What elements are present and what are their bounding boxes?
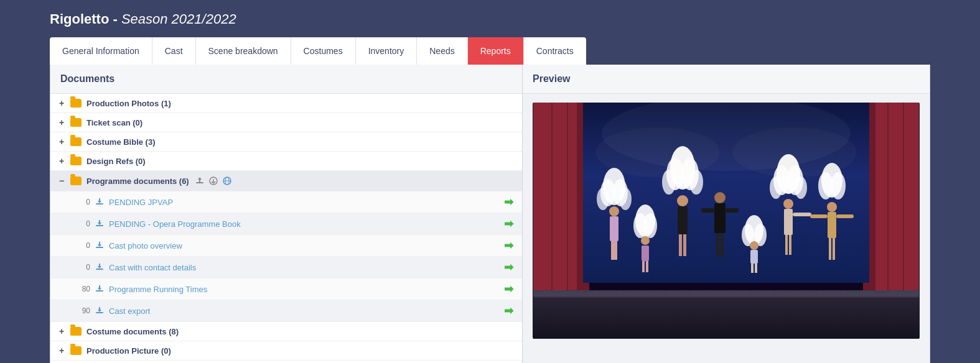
svg-rect-65 [679,234,682,256]
folder-production-photos[interactable]: + Production Photos (1) [50,94,522,113]
preview-image [533,103,920,339]
folder-icon [70,157,82,165]
svg-rect-97 [829,238,831,260]
svg-rect-71 [716,233,719,257]
doc-row-0: 0 PENDING JPVAP ➡ [50,191,522,213]
svg-marker-12 [98,201,101,203]
tab-inventory[interactable]: Inventory [356,37,418,65]
folder-ticket-scan[interactable]: + Ticket scan (0) [50,113,522,132]
doc-name[interactable]: PENDING - Opera Programme Book [109,219,504,229]
svg-rect-86 [784,209,793,235]
svg-rect-95 [810,214,828,218]
svg-rect-25 [96,312,103,313]
svg-rect-64 [678,206,688,234]
folder-label: Costume documents (8) [86,327,179,336]
folder-icon [70,99,82,108]
folder-programme-documents[interactable]: − Programme documents (6) [50,171,522,191]
svg-rect-50 [614,241,617,260]
download-icon[interactable] [95,306,104,316]
doc-arrow-icon[interactable]: ➡ [504,239,513,252]
download-icon[interactable] [95,219,104,229]
folder-icon [70,346,82,355]
doc-arrow-icon[interactable]: ➡ [504,260,513,274]
svg-rect-69 [701,208,715,213]
documents-panel: Documents + Production Photos (1) + Tick… [50,65,523,363]
svg-marker-15 [98,223,101,225]
folder-label: Production Photos (1) [86,99,171,108]
tab-reports[interactable]: Reports [468,37,524,65]
folder-icon [70,137,82,146]
doc-name[interactable]: Programme Running Times [109,285,504,294]
folder-costume-documents[interactable]: + Costume documents (8) [50,322,522,341]
download-icon[interactable] [95,241,104,251]
svg-rect-48 [610,216,618,241]
doc-row-5: 90 Cast export ➡ [50,300,522,322]
svg-rect-89 [793,213,811,216]
doc-name[interactable]: Cast photo overview [109,241,504,250]
main-content: Documents + Production Photos (1) + Tick… [50,65,930,363]
doc-row-3: 0 Cast with contact details ➡ [50,257,522,278]
download-icon[interactable] [95,197,104,208]
expand-icon: + [59,117,67,127]
svg-rect-55 [642,246,649,261]
web-icon[interactable] [222,175,233,186]
navigation-bar: General Information Cast Scene breakdown… [50,37,586,65]
folder-label: Design Refs (0) [86,157,146,166]
folder-label: Production Picture (0) [86,346,171,356]
svg-rect-56 [642,261,645,272]
tab-cast[interactable]: Cast [152,37,196,65]
svg-point-67 [714,192,726,203]
svg-point-92 [831,172,846,200]
svg-marker-21 [98,266,101,269]
svg-point-84 [795,177,807,199]
tab-contracts[interactable]: Contracts [524,37,586,65]
folder-production-picture[interactable]: + Production Picture (0) [50,341,522,361]
folder-dyes[interactable]: + Dyes (0) [50,361,522,363]
doc-name[interactable]: PENDING JPVAP [109,198,504,207]
expand-icon: + [59,346,67,356]
doc-name[interactable]: Cast with contact details [109,263,504,272]
svg-rect-39 [533,295,919,339]
upload-icon[interactable] [194,175,205,186]
svg-rect-87 [785,235,788,255]
tab-costumes[interactable]: Costumes [291,37,356,65]
svg-marker-18 [98,244,101,247]
doc-arrow-icon[interactable]: ➡ [504,217,513,231]
svg-point-83 [770,177,782,199]
doc-row-1: 0 PENDING - Opera Programme Book ➡ [50,213,522,235]
export-icon[interactable] [208,175,219,186]
svg-rect-70 [725,208,739,213]
doc-name[interactable]: Cast export [109,306,504,316]
svg-marker-24 [98,288,101,290]
folder-costume-bible[interactable]: + Costume Bible (3) [50,132,522,152]
doc-arrow-icon[interactable]: ➡ [504,304,513,318]
svg-point-47 [609,206,619,216]
svg-point-93 [827,202,837,212]
tab-scene-breakdown[interactable]: Scene breakdown [196,37,291,65]
doc-arrow-icon[interactable]: ➡ [504,195,513,209]
svg-rect-72 [721,233,724,257]
expand-icon: + [59,326,67,336]
svg-rect-30 [533,103,577,301]
doc-arrow-icon[interactable]: ➡ [504,282,513,296]
tab-needs[interactable]: Needs [417,37,467,65]
svg-rect-68 [714,203,726,233]
download-icon[interactable] [95,262,104,273]
folder-icon [70,118,82,127]
svg-point-46 [619,188,632,210]
svg-rect-98 [833,238,835,260]
svg-rect-10 [96,203,103,204]
svg-rect-94 [828,212,836,238]
svg-point-45 [597,188,609,210]
svg-point-53 [643,213,657,238]
svg-rect-22 [96,290,103,292]
svg-rect-13 [96,225,103,226]
folder-label: Costume Bible (3) [86,137,156,147]
folder-design-refs[interactable]: + Design Refs (0) [50,152,522,171]
svg-rect-66 [683,234,686,256]
svg-rect-78 [751,264,754,273]
svg-marker-27 [98,310,101,312]
download-icon[interactable] [95,284,104,295]
doc-row-2: 0 Cast photo overview ➡ [50,235,522,257]
tab-general-information[interactable]: General Information [50,37,152,65]
